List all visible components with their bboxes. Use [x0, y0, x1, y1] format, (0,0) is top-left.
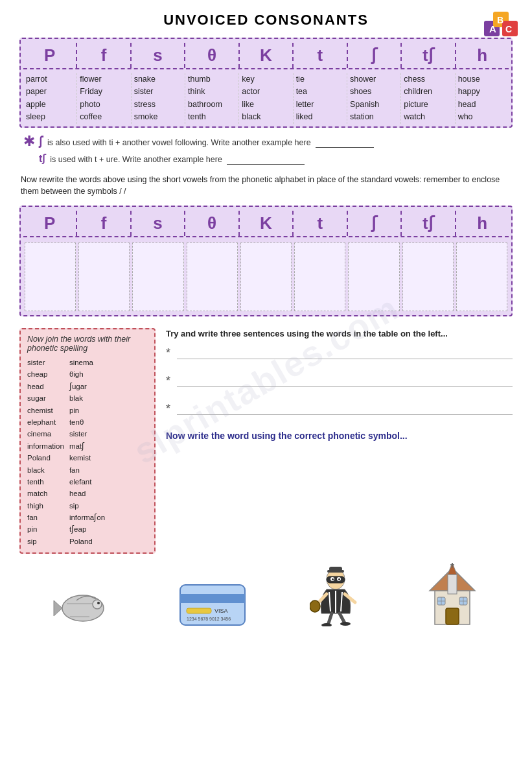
- words-col-6: shower shoes Spanish station: [347, 73, 401, 124]
- phonetic-symbol-instruction: Now write the word using the correct pho…: [166, 430, 513, 443]
- words-col-7: chess children picture watch: [401, 73, 455, 124]
- svg-rect-13: [180, 594, 245, 603]
- write-col-6[interactable]: [348, 243, 399, 311]
- instruction-text: Now rewrite the words above using the sh…: [21, 174, 513, 198]
- svg-text:B: B: [497, 15, 503, 25]
- svg-rect-14: [187, 608, 211, 613]
- header-tsh: tʃ: [402, 43, 456, 68]
- phonetic-right-col: sinema θigh ʃugar blak pin tenθ sister m…: [69, 357, 105, 547]
- right-section: Try and write three sentences using the …: [166, 328, 513, 554]
- svg-point-22: [338, 578, 340, 580]
- svg-text:VISA: VISA: [214, 608, 228, 614]
- notes-section: ✱ ʃ is also used with ti + another vowel…: [23, 134, 513, 169]
- svg-point-7: [93, 600, 102, 609]
- header-K: K: [240, 43, 294, 68]
- write-col-7[interactable]: [402, 243, 454, 311]
- church-image: [423, 562, 481, 626]
- sentence-line-1: *: [166, 346, 513, 360]
- header2-theta: θ: [185, 211, 239, 236]
- consonant-table-bottom: P f s θ K t ʃ tʃ h: [19, 206, 513, 316]
- write-col-2[interactable]: [132, 243, 183, 311]
- write-col-1[interactable]: [78, 243, 130, 311]
- svg-line-32: [340, 613, 345, 623]
- star-1: *: [166, 346, 170, 360]
- sentence-line-3: *: [166, 402, 513, 416]
- note2-text: is used with t + ure. Write another exam…: [50, 155, 305, 165]
- header-f: f: [77, 43, 131, 68]
- images-row: VISA 1234 5678 9012 3456: [19, 562, 513, 626]
- write-line-3[interactable]: [177, 403, 513, 415]
- header2-t: t: [294, 211, 347, 236]
- fish-image: [51, 581, 115, 626]
- svg-rect-37: [448, 574, 457, 594]
- words-col-0: parrot paper apple sleep: [23, 73, 77, 124]
- header-sh: ʃ: [348, 43, 402, 68]
- header2-tsh: tʃ: [402, 211, 456, 236]
- words-col-2: snake sister stress smoke: [132, 73, 185, 124]
- consonant-table-top: P f s θ K t ʃ tʃ h parrot paper apple sl…: [19, 38, 513, 128]
- phonetic-box-title: Now join the words with their phonetic s…: [27, 335, 148, 353]
- robber-image: [310, 565, 362, 626]
- header2-K: K: [240, 211, 294, 236]
- note1-blank[interactable]: [316, 138, 374, 148]
- write-line-1[interactable]: [177, 348, 513, 359]
- write-col-5[interactable]: [294, 243, 345, 311]
- phonetic-pairs: sister cheap head sugar chemist elephant…: [27, 357, 148, 547]
- write-col-8[interactable]: [456, 243, 507, 311]
- words-col-8: house happy head who: [456, 73, 509, 124]
- svg-rect-41: [446, 608, 459, 624]
- svg-point-30: [310, 600, 320, 612]
- words-col-1: flower Friday photo coffee: [77, 73, 131, 124]
- note2-blank[interactable]: [227, 155, 305, 165]
- header-theta: θ: [185, 43, 239, 68]
- header2-h: h: [456, 211, 509, 236]
- svg-point-8: [97, 602, 100, 604]
- svg-rect-18: [327, 576, 345, 583]
- svg-point-34: [340, 622, 351, 626]
- svg-text:C: C: [505, 24, 512, 34]
- note1-symbol: ʃ: [39, 134, 43, 148]
- svg-point-33: [321, 623, 332, 626]
- svg-rect-24: [329, 567, 342, 571]
- sentence-instruction: Try and write three sentences using the …: [166, 328, 513, 340]
- star-3: *: [166, 402, 170, 416]
- consonant-header-row-2: P f s θ K t ʃ tʃ h: [23, 211, 509, 237]
- creditcard-image: VISA 1234 5678 9012 3456: [177, 580, 248, 626]
- write-rows: [23, 241, 509, 313]
- write-line-2[interactable]: [177, 375, 513, 387]
- svg-text:1234 5678 9012 3456: 1234 5678 9012 3456: [187, 617, 231, 621]
- svg-point-21: [332, 578, 334, 580]
- header2-s: s: [132, 211, 185, 236]
- header2-sh: ʃ: [348, 211, 402, 236]
- phonetic-box: Now join the words with their phonetic s…: [19, 328, 156, 554]
- words-col-4: key actor like black: [239, 73, 293, 124]
- write-col-4[interactable]: [240, 243, 292, 311]
- svg-marker-9: [54, 600, 62, 616]
- bottom-section: Now join the words with their phonetic s…: [19, 328, 513, 554]
- abc-logo: A B C: [484, 8, 518, 41]
- note2-line: tʃ is used with t + ure. Write another e…: [39, 152, 374, 165]
- note1-line: ʃ is also used with ti + another vowel f…: [39, 134, 374, 148]
- write-col-3[interactable]: [187, 243, 238, 311]
- header-P: P: [23, 43, 77, 68]
- note2-symbol: tʃ: [39, 152, 45, 165]
- header-t: t: [294, 43, 347, 68]
- star-2: *: [166, 374, 170, 388]
- page-title: UNVOICED CONSONANTS: [19, 12, 513, 29]
- words-col-5: tie tea letter liked: [294, 73, 347, 124]
- phonetic-left-col: sister cheap head sugar chemist elephant…: [27, 357, 64, 547]
- header-s: s: [132, 43, 185, 68]
- header2-f: f: [77, 211, 131, 236]
- sentence-line-2: *: [166, 374, 513, 388]
- words-grid: parrot paper apple sleep flower Friday p…: [23, 73, 509, 124]
- words-col-3: thumb think bathroom tenth: [185, 73, 239, 124]
- header-h: h: [456, 43, 509, 68]
- consonant-header-row: P f s θ K t ʃ tʃ h: [23, 43, 509, 69]
- header2-P: P: [23, 211, 77, 236]
- svg-text:A: A: [489, 23, 496, 34]
- note1-text: is also used with ti + another vowel fol…: [47, 138, 374, 148]
- write-col-0[interactable]: [25, 243, 76, 311]
